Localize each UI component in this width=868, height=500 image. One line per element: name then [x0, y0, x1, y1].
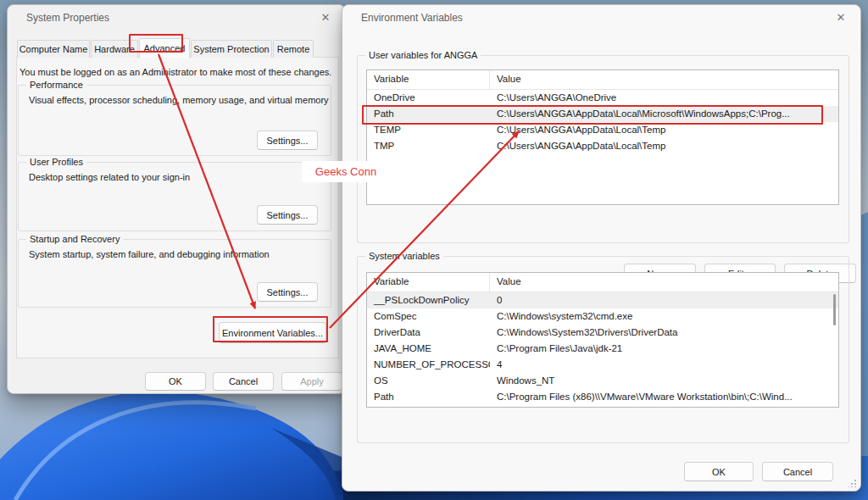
- cancel-button[interactable]: Cancel: [762, 462, 833, 481]
- table-header: VariableValue: [367, 273, 838, 292]
- admin-note: You must be logged on as an Administrato…: [19, 67, 333, 77]
- resize-grip-icon[interactable]: [849, 480, 856, 487]
- table-row[interactable]: PathC:\Program Files (x86)\\VMware\VMwar…: [367, 389, 838, 405]
- annotation-box-environment-variables-button: [213, 316, 328, 342]
- titlebar: Environment Variables ✕: [342, 5, 860, 31]
- table-row[interactable]: __PSLockDownPolicy0: [367, 292, 838, 308]
- system-variables-group: System variables VariableValue __PSLockD…: [357, 256, 849, 443]
- group-label: User variables for ANGGA: [365, 50, 481, 60]
- annotation-box-path-row: [362, 105, 823, 125]
- close-icon[interactable]: ✕: [316, 9, 335, 26]
- group-label: System variables: [365, 251, 443, 261]
- system-variables-table[interactable]: VariableValue __PSLockDownPolicy0 ComSpe…: [366, 272, 839, 408]
- user-profiles-settings-button[interactable]: Settings...: [257, 205, 318, 225]
- startup-recovery-settings-button[interactable]: Settings...: [257, 282, 318, 302]
- table-row[interactable]: JAVA_HOMEC:\Program Files\Java\jdk-21: [367, 341, 838, 357]
- table-row[interactable]: TMPC:\Users\ANGGA\AppData\Local\Temp: [367, 138, 838, 154]
- table-header: VariableValue: [367, 70, 838, 90]
- group-label: Startup and Recovery: [26, 234, 123, 244]
- environment-variables-dialog: Environment Variables ✕ User variables f…: [342, 4, 861, 492]
- tab-computer-name[interactable]: Computer Name: [17, 40, 90, 58]
- table-row[interactable]: DriverDataC:\Windows\System32\Drivers\Dr…: [367, 325, 838, 341]
- ok-button[interactable]: OK: [145, 372, 206, 391]
- group-description: System startup, system failure, and debu…: [29, 249, 270, 259]
- group-description: Desktop settings related to your sign-in: [29, 172, 190, 182]
- apply-button: Apply: [281, 372, 342, 391]
- ok-button[interactable]: OK: [684, 462, 754, 481]
- group-description: Visual effects, processor scheduling, me…: [29, 95, 329, 105]
- user-variables-group: User variables for ANGGA VariableValue O…: [357, 55, 849, 243]
- titlebar: System Properties ✕: [8, 5, 345, 31]
- tab-system-protection[interactable]: System Protection: [191, 40, 272, 58]
- table-row[interactable]: OneDriveC:\Users\ANGGA\OneDrive: [367, 90, 838, 106]
- user-variables-table[interactable]: VariableValue OneDriveC:\Users\ANGGA\One…: [366, 69, 839, 205]
- cancel-button[interactable]: Cancel: [213, 372, 274, 391]
- watermark: Geeks Conn: [302, 161, 390, 182]
- desktop: System Properties ✕ Computer NameHardwar…: [0, 0, 868, 500]
- table-row[interactable]: NUMBER_OF_PROCESSORS4: [367, 357, 838, 373]
- performance-settings-button[interactable]: Settings...: [257, 131, 318, 150]
- dialog-title: Environment Variables: [361, 12, 463, 24]
- group-label: User Profiles: [26, 157, 86, 167]
- annotation-box-advanced-tab: [129, 34, 183, 53]
- scrollbar[interactable]: [833, 294, 836, 325]
- table-row[interactable]: ComSpecC:\Windows\system32\cmd.exe: [367, 308, 838, 325]
- table-row[interactable]: OSWindows_NT: [367, 373, 838, 389]
- close-icon[interactable]: ✕: [832, 9, 850, 26]
- group-label: Performance: [26, 80, 86, 90]
- tab-remote[interactable]: Remote: [273, 40, 314, 58]
- dialog-title: System Properties: [26, 12, 109, 24]
